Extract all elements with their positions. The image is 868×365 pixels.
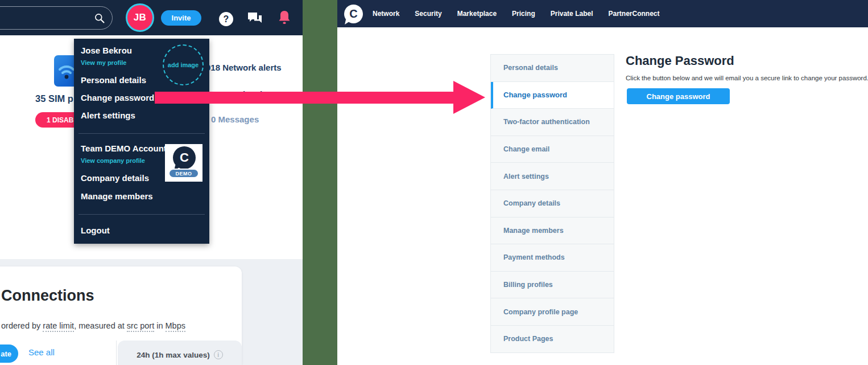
network-alerts-stat[interactable]: 918 Network alerts xyxy=(206,63,282,72)
divider xyxy=(78,133,205,134)
menu-item-change-password[interactable]: Change password xyxy=(81,93,154,102)
subtitle-text: ordered by xyxy=(1,321,43,330)
search-box[interactable] xyxy=(0,6,113,30)
menu-item-alert-settings[interactable]: Alert settings xyxy=(81,110,135,120)
sidebar-item-alert-settings[interactable]: Alert settings xyxy=(491,163,614,190)
term-rate-limit[interactable]: rate limit xyxy=(43,321,74,332)
user-name: Jose Bekrou xyxy=(81,46,132,55)
left-top-navbar: JB Invite ? xyxy=(0,0,303,35)
background-stripe xyxy=(303,0,337,365)
right-settings-screenshot: C Network Security Marketplace Pricing P… xyxy=(337,0,868,365)
time-range-panel[interactable]: 24h (1h max values) i xyxy=(118,341,242,365)
primary-nav: Network Security Marketplace Pricing Pri… xyxy=(373,10,660,18)
info-icon[interactable]: i xyxy=(214,350,223,359)
nav-item-security[interactable]: Security xyxy=(415,10,441,18)
sidebar-item-payment-methods[interactable]: Payment methods xyxy=(491,244,614,272)
screenshot-stage: 35 SIM p 1 DISAB 918 Network alerts Comm… xyxy=(0,0,868,365)
nav-item-private-label[interactable]: Private Label xyxy=(551,10,593,18)
nav-item-partnerconnect[interactable]: PartnerConnect xyxy=(608,10,659,18)
company-logo-icon: C xyxy=(173,146,196,169)
notifications-bell-icon[interactable] xyxy=(277,9,292,26)
nav-item-network[interactable]: Network xyxy=(373,10,399,18)
sidebar-item-billing-profiles[interactable]: Billing profiles xyxy=(491,272,614,299)
sidebar-item-product-pages[interactable]: Product Pages xyxy=(491,326,614,353)
company-logo: C DEMO xyxy=(165,144,202,182)
subtitle-text: in xyxy=(154,321,165,330)
menu-item-personal-details[interactable]: Personal details xyxy=(81,75,146,85)
view-company-profile-link[interactable]: View company profile xyxy=(81,157,145,164)
divider xyxy=(78,214,205,215)
chat-icon[interactable] xyxy=(247,11,263,26)
sidebar-item-personal-details[interactable]: Personal details xyxy=(491,55,614,82)
connections-card: Connections ordered by rate limit, measu… xyxy=(0,266,242,365)
help-icon[interactable]: ? xyxy=(219,12,233,26)
menu-item-manage-members[interactable]: Manage members xyxy=(81,191,153,201)
term-src-port[interactable]: src port xyxy=(127,321,154,332)
community-chats-stat[interactable]: Community chats xyxy=(206,89,278,99)
brand-logo-icon[interactable]: C xyxy=(344,5,363,23)
settings-sidebar: Personal details Change password Two-fac… xyxy=(490,54,614,353)
sidebar-item-company-details[interactable]: Company details xyxy=(491,190,614,218)
left-app-screenshot: 35 SIM p 1 DISAB 918 Network alerts Comm… xyxy=(0,0,303,365)
page-description: Click the button below and we will email… xyxy=(626,75,868,81)
profile-dropdown-menu: Jose Bekrou View my profile add image Pe… xyxy=(74,39,209,244)
team-name: Team DEMO Account xyxy=(81,143,167,153)
sidebar-item-two-factor[interactable]: Two-factor authentication xyxy=(491,109,614,136)
sidebar-item-change-email[interactable]: Change email xyxy=(491,136,614,163)
term-mbps[interactable]: Mbps xyxy=(166,321,185,332)
avatar[interactable]: JB xyxy=(126,3,154,32)
view-profile-link[interactable]: View my profile xyxy=(81,59,127,66)
search-icon xyxy=(94,13,105,24)
aggregate-toggle-button[interactable]: ate xyxy=(0,345,18,363)
nav-item-marketplace[interactable]: Marketplace xyxy=(457,10,497,18)
menu-item-logout[interactable]: Logout xyxy=(81,225,110,235)
see-all-link[interactable]: See all xyxy=(28,347,55,357)
page-title: Change Password xyxy=(626,54,734,68)
sidebar-item-manage-members[interactable]: Manage members xyxy=(491,218,614,245)
invite-button[interactable]: Invite xyxy=(161,10,201,26)
demo-badge: DEMO xyxy=(168,169,199,178)
change-password-button[interactable]: Change password xyxy=(627,88,730,104)
menu-item-company-details[interactable]: Company details xyxy=(81,173,149,183)
sidebar-item-company-profile-page[interactable]: Company profile page xyxy=(491,298,614,326)
messages-stat[interactable]: 0 Messages xyxy=(211,114,259,124)
search-input[interactable] xyxy=(5,7,85,28)
sidebar-item-change-password[interactable]: Change password xyxy=(491,82,614,109)
sim-count-stat: 35 SIM p xyxy=(35,93,73,104)
connections-title: Connections xyxy=(1,287,94,305)
connections-subtitle: ordered by rate limit, measured at src p… xyxy=(1,321,185,330)
add-image-circle[interactable]: add image xyxy=(163,44,204,85)
nav-item-pricing[interactable]: Pricing xyxy=(512,10,535,18)
right-top-navbar: C Network Security Marketplace Pricing P… xyxy=(337,0,868,27)
subtitle-text: , measured at xyxy=(74,321,127,330)
time-range-label: 24h (1h max values) xyxy=(137,351,209,359)
divider xyxy=(116,341,117,365)
